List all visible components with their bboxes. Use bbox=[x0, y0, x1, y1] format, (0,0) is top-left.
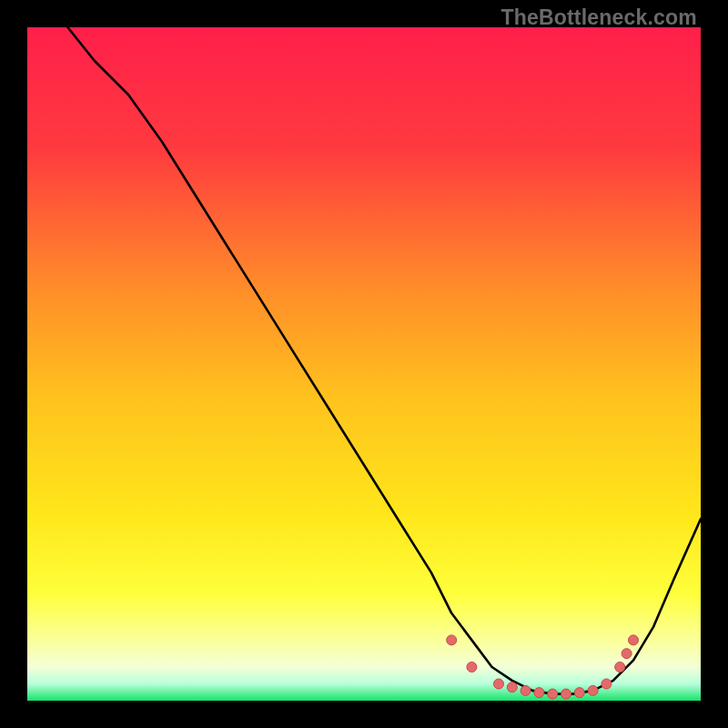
highlight-dot bbox=[507, 682, 517, 693]
bottleneck-curve bbox=[67, 27, 701, 694]
highlight-dot bbox=[574, 688, 584, 698]
highlight-dot bbox=[447, 635, 457, 645]
highlight-dot bbox=[615, 662, 625, 672]
highlight-dot bbox=[521, 685, 531, 695]
highlight-dot bbox=[494, 679, 504, 689]
highlight-dot bbox=[561, 689, 571, 699]
chart-frame bbox=[27, 27, 701, 701]
highlight-dot bbox=[467, 662, 477, 672]
highlight-dot bbox=[534, 688, 544, 698]
highlight-dot bbox=[588, 685, 598, 695]
watermark-text: TheBottleneck.com bbox=[500, 5, 697, 30]
highlight-dot bbox=[622, 649, 632, 659]
highlight-dot bbox=[602, 679, 612, 689]
chart-svg bbox=[27, 27, 701, 701]
highlight-dot bbox=[548, 689, 558, 699]
highlight-dot bbox=[629, 635, 639, 645]
curve-path bbox=[67, 27, 701, 694]
